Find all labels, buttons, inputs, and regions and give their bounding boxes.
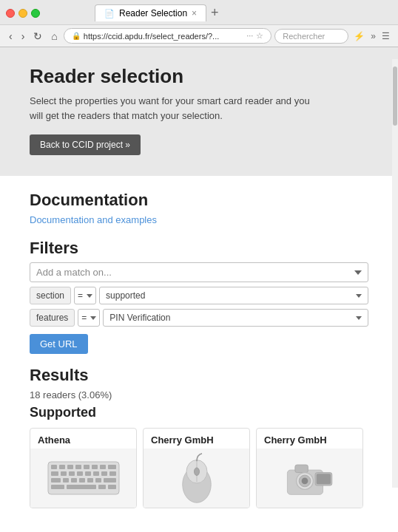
keyboard-icon — [47, 456, 121, 500]
add-match-select[interactable]: Add a match on... — [30, 262, 368, 282]
card-name: Cherry GmbH — [144, 429, 249, 449]
nav-icons: ⚡ » ☰ — [351, 30, 392, 43]
svg-rect-23 — [104, 478, 116, 482]
svg-rect-7 — [100, 465, 106, 469]
tab-bar: 📄 Reader Selection × + — [89, 4, 229, 21]
scrollbar[interactable] — [392, 59, 398, 488]
filter-row-2: features = PIN Verification — [30, 309, 368, 327]
filters-title: Filters — [30, 239, 368, 258]
reader-card[interactable]: Athena — [30, 428, 137, 508]
card-image — [30, 449, 136, 508]
svg-rect-21 — [87, 478, 93, 482]
svg-rect-19 — [71, 478, 77, 482]
reader-card[interactable]: Cherry GmbH — [256, 428, 363, 508]
results-count: 18 readers (3.06%) — [30, 389, 368, 400]
search-placeholder: Rechercher — [283, 32, 325, 41]
url-bar[interactable]: 🔒 https://ccid.apdu.fr/select_readers/?.… — [64, 28, 272, 44]
page-wrapper: 📄 Reader Selection × + ‹ › ↻ ⌂ 🔒 https:/… — [0, 0, 398, 523]
forward-button[interactable]: › — [18, 29, 28, 44]
minimize-window-button[interactable] — [18, 9, 27, 18]
svg-rect-4 — [75, 465, 81, 469]
page-title: Reader selection — [30, 65, 368, 88]
tab-favicon: 📄 — [104, 9, 115, 18]
filter1-value[interactable]: supported — [99, 287, 368, 304]
svg-rect-12 — [77, 471, 83, 476]
refresh-button[interactable]: ↻ — [30, 29, 45, 44]
filter-row-1: section = supported — [30, 287, 368, 304]
url-menu-icon[interactable]: ··· — [246, 31, 253, 41]
main-content: Documentation Documentation and examples… — [0, 176, 398, 523]
filter2-operator[interactable]: = — [78, 309, 100, 327]
filter2-tag: features — [30, 309, 75, 327]
camera-device-icon — [284, 456, 336, 500]
filters-section: Filters Add a match on... section = supp… — [30, 239, 368, 354]
reader-card[interactable]: Cherry GmbH — [143, 428, 250, 508]
back-button[interactable]: ‹ — [6, 29, 16, 44]
hero-section: Reader selection Select the properties y… — [0, 47, 398, 176]
browser-chrome: 📄 Reader Selection × + ‹ › ↻ ⌂ 🔒 https:/… — [0, 0, 398, 47]
results-subsection-title: Supported — [30, 405, 368, 420]
new-tab-button[interactable]: + — [206, 5, 223, 21]
svg-rect-9 — [51, 471, 58, 476]
svg-rect-24 — [51, 485, 64, 489]
page-content: Reader selection Select the properties y… — [0, 47, 398, 523]
svg-rect-6 — [92, 465, 98, 469]
svg-rect-1 — [51, 465, 57, 469]
card-name: Cherry GmbH — [257, 429, 362, 449]
svg-rect-17 — [51, 478, 61, 482]
bookmark-icon[interactable]: ☆ — [256, 31, 263, 41]
filter1-tag: section — [30, 287, 71, 304]
url-actions: ··· ☆ — [246, 31, 263, 41]
title-bar: 📄 Reader Selection × + — [0, 0, 398, 24]
svg-rect-3 — [67, 465, 73, 469]
svg-rect-13 — [85, 471, 91, 476]
search-bar[interactable]: Rechercher — [274, 29, 348, 44]
svg-point-31 — [194, 468, 199, 476]
svg-rect-10 — [61, 471, 67, 476]
mouse-device-icon — [175, 452, 219, 504]
svg-rect-33 — [294, 465, 308, 473]
get-url-button[interactable]: Get URL — [30, 334, 88, 354]
maximize-window-button[interactable] — [31, 9, 40, 18]
documentation-title: Documentation — [30, 191, 368, 210]
extensions-icon[interactable]: ⚡ — [351, 30, 367, 43]
tab-close-button[interactable]: × — [192, 8, 197, 18]
documentation-section: Documentation Documentation and examples — [30, 191, 368, 225]
svg-rect-14 — [93, 471, 99, 476]
menu-icon[interactable]: ☰ — [380, 30, 392, 43]
results-title: Results — [30, 366, 368, 385]
svg-rect-15 — [101, 471, 107, 476]
svg-rect-22 — [95, 478, 101, 482]
home-button[interactable]: ⌂ — [48, 29, 60, 44]
svg-rect-26 — [98, 485, 106, 489]
lock-icon: 🔒 — [72, 32, 81, 40]
scrollbar-thumb[interactable] — [393, 66, 397, 126]
more-tools-icon[interactable]: » — [368, 30, 378, 43]
close-window-button[interactable] — [6, 9, 15, 18]
url-text: https://ccid.apdu.fr/select_readers/?... — [84, 32, 243, 41]
svg-rect-18 — [63, 478, 69, 482]
nav-bar: ‹ › ↻ ⌂ 🔒 https://ccid.apdu.fr/select_re… — [0, 24, 398, 47]
browser-tab-active[interactable]: 📄 Reader Selection × — [95, 4, 206, 21]
back-to-ccid-button[interactable]: Back to CCID project » — [30, 134, 141, 155]
card-image — [257, 449, 362, 508]
svg-rect-25 — [67, 485, 96, 489]
tab-title: Reader Selection — [119, 8, 187, 18]
svg-rect-16 — [109, 471, 116, 476]
filter2-value[interactable]: PIN Verification — [103, 309, 368, 327]
card-name: Athena — [30, 429, 136, 449]
svg-rect-8 — [108, 465, 116, 469]
documentation-link[interactable]: Documentation and examples — [30, 214, 368, 225]
card-image — [144, 449, 249, 508]
svg-rect-11 — [69, 471, 75, 476]
svg-rect-5 — [84, 465, 90, 469]
svg-rect-27 — [108, 485, 116, 489]
results-section: Results 18 readers (3.06%) Supported Ath… — [30, 366, 368, 508]
hero-description: Select the properties you want for your … — [30, 94, 326, 123]
svg-point-36 — [301, 478, 308, 485]
svg-rect-20 — [79, 478, 85, 482]
filter1-operator[interactable]: = — [74, 287, 96, 304]
cards-grid: Athena — [30, 428, 368, 508]
add-match-row: Add a match on... — [30, 262, 368, 282]
svg-rect-38 — [316, 474, 330, 484]
